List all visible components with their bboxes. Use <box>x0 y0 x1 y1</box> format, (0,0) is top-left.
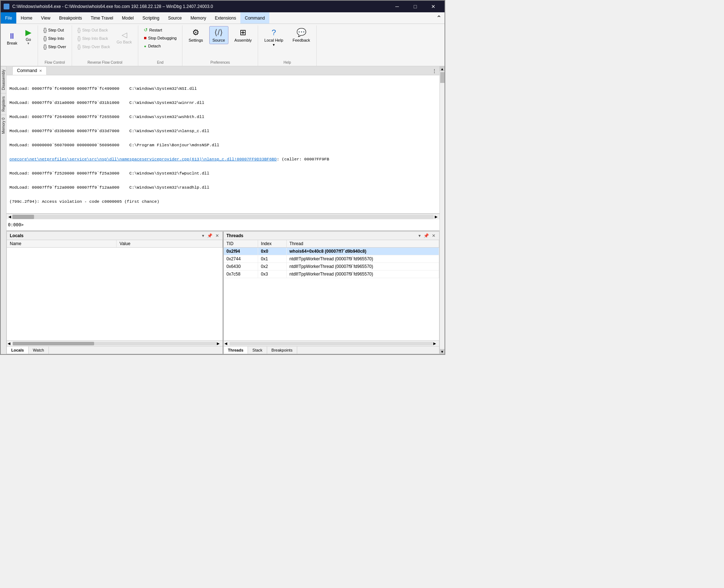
window-controls: ─ □ ✕ <box>389 1 442 12</box>
content-area: Disassembly Registers Memory 0 Command ✕… <box>1 66 445 354</box>
assembly-button[interactable]: ⊞ Assembly <box>231 26 255 44</box>
locals-pin-button[interactable]: 📌 <box>206 233 213 238</box>
thread-index-1: 0x1 <box>258 255 286 263</box>
go-back-button[interactable]: ◁ Go Back <box>113 29 135 46</box>
reverse-flow-label: Reverse Flow Control <box>72 60 138 64</box>
menu-view[interactable]: View <box>37 12 55 24</box>
locals-dropdown-button[interactable]: ▾ <box>201 233 205 238</box>
sidebar-registers[interactable]: Registers <box>1 93 6 114</box>
command-input[interactable] <box>24 222 438 227</box>
threads-col-thread[interactable]: Thread <box>286 240 439 248</box>
thread-row-0[interactable]: 0x2f94 0x0 whois64+0x40c8 (00007ff7`d9b9… <box>224 248 439 255</box>
preferences-label: Preferences <box>182 60 258 64</box>
threads-panel-body[interactable]: TID Index Thread 0x2f94 0x0 whois64+0x40… <box>224 240 439 340</box>
watch-tab[interactable]: Watch <box>29 346 49 354</box>
sidebar-disassembly[interactable]: Disassembly <box>1 66 6 93</box>
locals-scroll-right[interactable]: ▶ <box>217 341 222 345</box>
command-tab-close[interactable]: ✕ <box>39 69 42 73</box>
locals-scroll-thumb[interactable] <box>13 342 94 345</box>
step-over-button[interactable]: {} Step Over <box>41 43 69 51</box>
step-into-button[interactable]: {} Step Into <box>41 34 69 42</box>
title-text: C:\Windows\whois64.exe - C:\Windows\whoi… <box>12 4 386 9</box>
thread-row-1[interactable]: 0x2744 0x1 ntdll!TppWorkerThread (00007f… <box>224 255 439 263</box>
go-button[interactable]: ▶ Go ▼ <box>22 26 35 47</box>
maximize-button[interactable]: □ <box>407 1 424 12</box>
locals-h-scroll[interactable]: ◀ ▶ <box>7 340 223 346</box>
thread-tid-2: 0x6430 <box>224 263 258 270</box>
locals-col-name[interactable]: Name <box>7 240 117 248</box>
menu-home[interactable]: Home <box>16 12 37 24</box>
help-label: Help <box>258 60 316 64</box>
threads-tab[interactable]: Threads <box>224 346 248 354</box>
locals-scroll-track[interactable] <box>13 342 217 345</box>
h-scroll-track[interactable] <box>12 215 434 219</box>
close-button[interactable]: ✕ <box>425 1 442 12</box>
locals-panel-body[interactable]: Name Value <box>7 240 223 340</box>
h-scrollbar[interactable]: ◀ ▶ <box>7 214 439 219</box>
command-output[interactable]: ModLoad: 00007ff9`fc490000 00007ff9`fc49… <box>7 75 439 214</box>
left-sidebar: Disassembly Registers Memory 0 <box>1 66 7 354</box>
threads-scroll-track[interactable] <box>230 342 434 345</box>
menu-command[interactable]: Command <box>240 12 269 24</box>
right-scrollbar[interactable]: ▲ ▼ <box>439 66 445 354</box>
menu-file[interactable]: File <box>1 12 16 24</box>
menu-extensions[interactable]: Extensions <box>211 12 241 24</box>
restart-button[interactable]: ↺ Restart <box>141 26 179 34</box>
breakpoints-tab[interactable]: Breakpoints <box>267 346 297 354</box>
output-line-link[interactable]: onecore\net\netprofiles\service\src\nsp\… <box>9 157 437 161</box>
source-button[interactable]: ⟨/⟩ Source <box>209 26 228 44</box>
threads-col-tid[interactable]: TID <box>224 240 258 248</box>
local-help-button[interactable]: ? Local Help ▼ <box>261 26 286 49</box>
bottom-panels: Locals ▾ 📌 ✕ Name Value <box>7 231 439 354</box>
break-button[interactable]: ⏸ Break <box>4 30 21 47</box>
step-into-back-button[interactable]: {} Step Into Back <box>75 34 113 42</box>
feedback-button[interactable]: 💬 Feedback <box>289 26 313 44</box>
threads-panel-header: Threads ▾ 📌 ✕ <box>224 232 439 240</box>
menu-source[interactable]: Source <box>164 12 186 24</box>
sidebar-memory[interactable]: Memory 0 <box>1 114 6 136</box>
step-over-back-button[interactable]: {} Step Over Back <box>75 43 113 51</box>
preferences-group: ⚙ Settings ⟨/⟩ Source ⊞ Assembly Prefere… <box>182 25 258 66</box>
stack-tab[interactable]: Stack <box>248 346 267 354</box>
command-tab[interactable]: Command ✕ <box>12 66 47 75</box>
threads-col-index[interactable]: Index <box>258 240 286 248</box>
v-scroll-thumb[interactable] <box>440 72 445 83</box>
link-text[interactable]: onecore\net\netprofiles\service\src\nsp\… <box>9 157 277 161</box>
threads-dropdown-button[interactable]: ▾ <box>418 233 421 238</box>
v-scroll-track[interactable] <box>440 71 445 349</box>
threads-h-scroll[interactable]: ◀ ▶ <box>224 340 439 346</box>
threads-scroll-left[interactable]: ◀ <box>224 341 230 345</box>
h-scroll-right[interactable]: ▶ <box>434 215 439 219</box>
thread-row-2[interactable]: 0x6430 0x2 ntdll!TppWorkerThread (00007f… <box>224 263 439 270</box>
menu-breakpoints[interactable]: Breakpoints <box>55 12 86 24</box>
v-scroll-up[interactable]: ▲ <box>440 66 445 71</box>
locals-tab[interactable]: Locals <box>7 346 29 354</box>
menu-time-travel[interactable]: Time Travel <box>87 12 118 24</box>
settings-button[interactable]: ⚙ Settings <box>185 26 206 44</box>
stop-debugging-button[interactable]: ■ Stop Debugging <box>141 34 179 42</box>
v-scroll-down[interactable]: ▼ <box>440 349 445 354</box>
menu-memory[interactable]: Memory <box>186 12 210 24</box>
ribbon-collapse-button[interactable]: ⌃ <box>433 12 445 24</box>
h-scroll-thumb[interactable] <box>12 215 34 219</box>
tab-options-button[interactable]: ⋮ <box>429 67 439 75</box>
step-out-button[interactable]: {} Step Out <box>41 26 69 34</box>
locals-close-button[interactable]: ✕ <box>215 233 220 238</box>
threads-panel: Threads ▾ 📌 ✕ TID Index Threa <box>223 231 440 354</box>
locals-col-value[interactable]: Value <box>117 240 222 248</box>
step-out-back-button[interactable]: {} Step Out Back <box>75 26 113 34</box>
app-icon <box>4 4 9 9</box>
h-scroll-left[interactable]: ◀ <box>7 215 12 219</box>
command-tab-label: Command <box>17 68 37 73</box>
thread-row-3[interactable]: 0x7c58 0x3 ntdll!TppWorkerThread (00007f… <box>224 270 439 278</box>
locals-scroll-left[interactable]: ◀ <box>8 341 13 345</box>
thread-tid-0: 0x2f94 <box>224 248 258 255</box>
threads-pin-button[interactable]: 📌 <box>423 233 430 238</box>
threads-footer: Threads Stack Breakpoints <box>224 346 439 354</box>
menu-scripting[interactable]: Scripting <box>138 12 164 24</box>
threads-close-button[interactable]: ✕ <box>431 233 436 238</box>
menu-model[interactable]: Model <box>118 12 138 24</box>
threads-scroll-right[interactable]: ▶ <box>433 341 438 345</box>
detach-button[interactable]: ⬥ Detach <box>141 42 179 50</box>
minimize-button[interactable]: ─ <box>389 1 405 12</box>
